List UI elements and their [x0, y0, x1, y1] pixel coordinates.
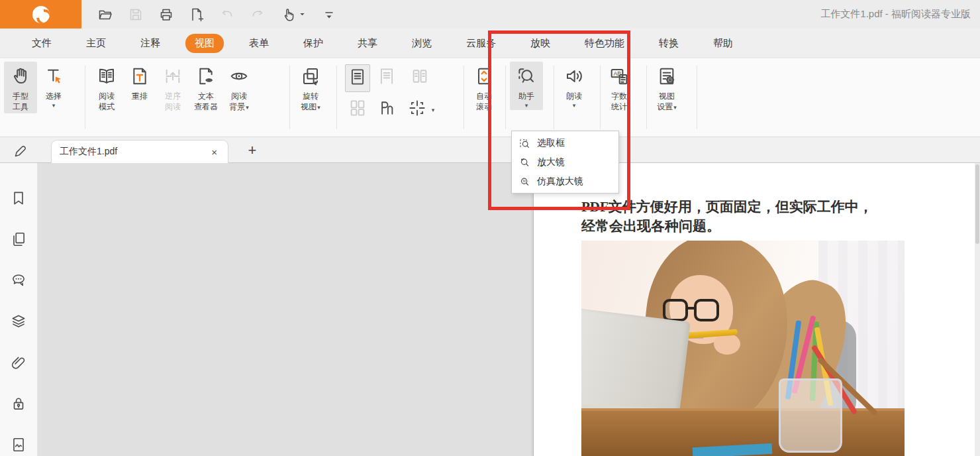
layout-single-page-button[interactable] [343, 64, 372, 92]
quick-access-toolbar [97, 7, 337, 23]
layout-facing-icon [410, 66, 430, 86]
tab-home[interactable]: 主页 [77, 34, 115, 53]
open-file-button[interactable] [97, 7, 113, 23]
undo-button[interactable] [219, 7, 235, 23]
photo-glasses-right [694, 299, 719, 321]
print-button[interactable] [158, 7, 174, 23]
ribbon-group-word-count: AB 字数统计 [603, 62, 636, 113]
tab-close-button[interactable]: × [209, 146, 220, 158]
tab-special-features[interactable]: 特色功能 [575, 34, 634, 53]
view-settings-label-2: 设置 [657, 102, 673, 111]
view-settings-icon [656, 66, 677, 87]
document-tab-active[interactable]: 工作文件1.pdf × [51, 140, 228, 163]
select-dropdown-arrow[interactable]: ▾ [52, 102, 56, 109]
layout-continuous-button[interactable] [372, 64, 401, 91]
layout-split-dropdown-arrow[interactable]: ▾ [432, 107, 435, 113]
attachments-panel-icon[interactable] [10, 354, 27, 371]
word-count-button[interactable]: AB 字数统计 [603, 62, 636, 113]
app-menu-button[interactable] [0, 0, 81, 28]
tab-view[interactable]: 视图 [185, 34, 224, 53]
annotate-pen-button[interactable] [11, 141, 30, 161]
read-aloud-icon [564, 66, 585, 87]
security-panel-icon[interactable] [10, 395, 27, 412]
ribbon-group-assistant: 助手 ▾ [510, 62, 543, 110]
text-viewer-button[interactable]: 文本查看器 [189, 62, 222, 113]
reverse-reading-button[interactable]: 逆序阅读 [156, 62, 189, 113]
layout-split-button[interactable]: ▾ [401, 96, 438, 123]
select-tool-button[interactable]: 选择 ▾ [37, 62, 70, 110]
scrollbar-thumb[interactable] [975, 164, 979, 244]
read-aloud-button[interactable]: 朗读 ▾ [558, 62, 591, 110]
text-viewer-label-1: 文本 [194, 91, 218, 101]
view-settings-dropdown-arrow[interactable]: ▾ [673, 104, 677, 111]
touch-mode-icon [280, 7, 296, 23]
pdf-paragraph: PDF文件方便好用，页面固定，但实际工作中， 经常会出现各种问题。 [581, 198, 912, 236]
reflow-button[interactable]: 重排 [123, 62, 156, 103]
tab-cloud[interactable]: 云服务 [457, 34, 505, 53]
layout-facing-continuous-button[interactable] [343, 96, 372, 123]
assistant-button[interactable]: 助手 ▾ [510, 62, 543, 110]
new-tab-button[interactable]: + [242, 140, 262, 161]
tab-file[interactable]: 文件 [23, 34, 61, 53]
chevron-down-icon [298, 10, 307, 19]
ribbon-group-tools: 手型工具 选择 ▾ [4, 62, 70, 113]
bookmarks-panel-icon[interactable] [10, 190, 27, 207]
layout-separate-cover-icon [377, 98, 397, 118]
read-aloud-label: 朗读 [566, 91, 582, 101]
document-canvas[interactable]: PDF文件方便好用，页面固定，但实际工作中， 经常会出现各种问题。 [38, 163, 980, 456]
new-document-icon [189, 7, 205, 23]
assistant-icon [516, 66, 537, 87]
tab-share[interactable]: 共享 [348, 34, 387, 53]
select-text-icon [43, 66, 64, 87]
customize-toolbar-button[interactable] [321, 7, 337, 23]
foxit-reader-window: 工作文件1.pdf - 福昕阅读器专业版 文件 主页 注释 视图 表单 保护 共… [0, 0, 980, 456]
create-pdf-button[interactable] [189, 7, 205, 23]
tab-protect[interactable]: 保护 [294, 34, 332, 53]
assistant-dropdown-arrow[interactable]: ▾ [525, 102, 528, 109]
menu-item-fisheye-magnifier[interactable]: M 仿真放大镜 [512, 172, 618, 191]
tab-presentation[interactable]: 放映 [521, 34, 560, 53]
assistant-dropdown-menu: 选取框 放大镜 M 仿真放大镜 [511, 131, 619, 194]
reading-background-button[interactable]: 阅读背景▾ [222, 62, 256, 114]
tab-comment[interactable]: 注释 [131, 34, 170, 53]
text-viewer-icon [195, 66, 217, 87]
vertical-scrollbar[interactable] [975, 163, 980, 456]
tab-help[interactable]: 帮助 [704, 34, 742, 53]
save-button[interactable] [128, 7, 144, 23]
menu-item-magnifier[interactable]: 放大镜 [512, 152, 618, 172]
document-tab-title: 工作文件1.pdf [60, 146, 209, 158]
reading-mode-button[interactable]: 阅读模式 [90, 62, 123, 113]
comments-panel-icon[interactable] [10, 272, 27, 289]
rotate-view-button[interactable]: 旋转视图▾ [294, 62, 327, 114]
rotate-view-dropdown-arrow[interactable]: ▾ [317, 104, 320, 111]
tab-convert[interactable]: 转换 [650, 34, 688, 53]
read-aloud-dropdown-arrow[interactable]: ▾ [573, 102, 576, 109]
marquee-zoom-icon [518, 137, 530, 149]
view-settings-button[interactable]: 视图设置▾ [650, 62, 683, 114]
tab-form[interactable]: 表单 [240, 34, 278, 53]
signature-panel-icon[interactable] [10, 436, 27, 453]
menu-item-marquee-zoom[interactable]: 选取框 [512, 133, 618, 152]
main-area: PDF文件方便好用，页面固定，但实际工作中， 经常会出现各种问题。 [0, 163, 980, 456]
assistant-label: 助手 [518, 91, 534, 101]
hand-tool-button[interactable]: 手型工具 [4, 62, 37, 113]
text-viewer-label-2: 查看器 [194, 101, 218, 112]
ribbon-group-read-aloud: 朗读 ▾ [558, 62, 591, 110]
print-icon [158, 7, 174, 23]
layout-facing-button[interactable] [401, 64, 438, 91]
redo-button[interactable] [250, 7, 266, 23]
reading-background-label-2: 背景 [229, 102, 245, 111]
touch-mode-button[interactable] [280, 7, 307, 23]
pen-icon [13, 143, 28, 159]
fisheye-magnifier-icon: M [518, 176, 530, 188]
layout-separate-cover-button[interactable] [372, 96, 401, 123]
ribbon-toolbar: 手型工具 选择 ▾ 阅读模式 重排 逆序阅读 [0, 59, 980, 137]
document-tab-bar: 工作文件1.pdf × + [0, 137, 980, 163]
reading-background-dropdown-arrow[interactable]: ▾ [246, 104, 249, 111]
layers-panel-icon[interactable] [10, 313, 27, 330]
tab-browse[interactable]: 浏览 [403, 34, 441, 53]
pages-panel-icon[interactable] [10, 231, 27, 248]
pdf-page[interactable]: PDF文件方便好用，页面固定，但实际工作中， 经常会出现各种问题。 [533, 163, 975, 456]
auto-scroll-button[interactable]: 自动滚动 [467, 62, 501, 113]
rotate-view-label-1: 旋转 [301, 91, 320, 101]
